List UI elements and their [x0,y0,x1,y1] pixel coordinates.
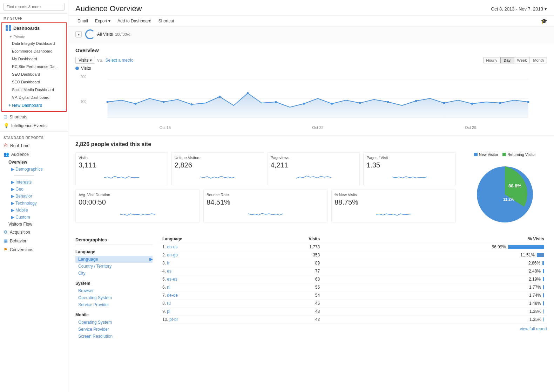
metric-value-avg-duration: 00:00:50 [79,198,197,206]
sidebar-item-intelligence[interactable]: 💡 Intelligence Events [0,121,68,130]
time-btn-day[interactable]: Day [500,57,514,63]
email-button[interactable]: Email [75,18,90,24]
sidebar-item-mobile[interactable]: ▶ Mobile [0,207,68,214]
lang-link[interactable]: pt-br [169,317,178,322]
sidebar-item-behavior[interactable]: ▶ Behavior [0,193,68,200]
svg-point-15 [443,102,445,104]
view-full-report[interactable]: view full report [160,324,547,334]
sidebar-item-demographics-sub: ──────── [0,173,68,179]
table-row: 3. fr 89 2.86% [160,259,547,267]
lang-rank: 3. fr [160,259,258,267]
sidebar-item-visitors-flow[interactable]: Visitors Flow [0,221,68,228]
acquisition-icon: ⚙ [4,229,8,235]
export-button[interactable]: Export ▾ [93,18,113,24]
sparkline-unique [175,171,261,181]
add-dashboard-button[interactable]: Add to Dashboard [115,18,154,24]
table-row: 2. en-gb 358 11.51% [160,251,547,259]
demo-link-service-provider[interactable]: Service Provider [75,301,153,308]
time-btn-month[interactable]: Month [530,57,547,63]
sidebar-item-data-integrity[interactable]: Data Integrity Dashboard [2,40,66,47]
sidebar-item-demographics[interactable]: ▶ Demographics [0,166,68,173]
lang-link[interactable]: pl [167,309,170,314]
sidebar-item-geo[interactable]: ▶ Geo [0,186,68,193]
lang-link[interactable]: ru [167,301,171,306]
sidebar-item-custom[interactable]: ▶ Custom [0,214,68,221]
overview-section: Overview Visits ▾ VS. Select a metric Ho… [68,42,554,135]
svg-point-11 [331,103,333,105]
sidebar-item-audience[interactable]: 👥 Audience [0,150,68,159]
segment-toggle[interactable]: ▾ [75,31,82,37]
demo-link-language[interactable]: Language ▶ [75,256,153,263]
lang-link[interactable]: en-gb [167,253,178,257]
time-buttons: Hourly Day Week Month [483,57,547,63]
shortcut-button[interactable]: Shortcut [156,18,176,24]
demo-left: Demographics Language Language ▶ Country… [75,235,153,340]
demo-link-country[interactable]: Country / Territory [75,263,153,270]
metric-name-bounce: Bounce Rate [207,193,325,197]
lang-rank: 7. de-de [160,291,258,300]
sidebar-item-realtime[interactable]: ⏱ Real-Time [0,141,68,150]
demo-link-mobile-service[interactable]: Service Provider [75,326,153,333]
demo-link-mobile-os[interactable]: Operating System [75,319,153,326]
lang-visits: 42 [258,316,323,324]
lang-link[interactable]: fr [167,261,169,266]
sidebar-item-ecommerce[interactable]: Ecommerce Dashboard [2,47,66,55]
sidebar-item-social-media[interactable]: Social Media Dashboard [2,86,66,94]
lang-pct: 2.86% [323,259,547,267]
time-btn-week[interactable]: Week [514,57,530,63]
metric-value-new-visits: 88.75% [335,198,453,206]
metric-value-unique: 2,826 [175,161,261,169]
new-dashboard-button[interactable]: + New Dashboard [2,101,66,110]
lang-link[interactable]: es-es [167,277,177,282]
sidebar-item-conversions[interactable]: ⚑ Conversions [0,245,68,254]
sidebar-item-technology[interactable]: ▶ Technology [0,200,68,207]
table-row: 10. pt-br 42 1.35% [160,316,547,324]
new-visitor-legend: New Visitor [474,152,498,157]
sidebar-item-behavior2[interactable]: ▦ Behavior [0,236,68,245]
stats-metrics-row1: Visits 3,111 Unique Visitors 2,826 Pagev… [75,152,456,185]
dashboards-header[interactable]: Dashboards [2,23,66,33]
standard-reports-label: STANDARD REPORTS [0,133,68,141]
lang-visits: 358 [258,251,323,259]
search-input[interactable] [4,3,65,11]
legend-label: Visits [81,66,91,71]
stats-right: New Visitor Returning Visitor 88.8% 11 [456,152,547,229]
time-btn-hourly[interactable]: Hourly [483,57,501,63]
demo-link-city[interactable]: City [75,270,153,277]
sidebar-item-interests[interactable]: ▶ Interests [0,179,68,186]
svg-point-7 [219,96,221,98]
lang-link[interactable]: de-de [167,293,178,298]
behavior2-icon: ▦ [4,238,8,243]
realtime-icon: ⏱ [4,143,8,148]
sidebar-item-vp-digital[interactable]: VP, Digital Dashboard [2,94,66,101]
language-table: Language Visits % Visits 1. en-us 1,773 … [160,235,547,324]
select-metric[interactable]: Select a metric [106,58,133,63]
table-row: 4. es 77 2.48% [160,267,547,275]
date-range[interactable]: Oct 8, 2013 - Nov 7, 2013 ▾ [491,6,547,12]
lang-link[interactable]: nl [167,285,170,290]
conversions-label: Conversions [10,247,33,252]
sidebar-item-my-dashboard[interactable]: My Dashboard [2,55,66,63]
sidebar-item-rc-site[interactable]: RC Site Performance Da... [2,63,66,70]
table-row: 1. en-us 1,773 56.99% [160,243,547,251]
sidebar-item-acquisition[interactable]: ⚙ Acquisition [0,228,68,236]
lang-rank: 8. ru [160,300,258,308]
lang-link[interactable]: en-us [167,245,177,249]
metric-button[interactable]: Visits ▾ [75,57,95,64]
demo-link-os[interactable]: Operating System [75,294,153,301]
chart-container: 200 100 [75,72,547,135]
sidebar-item-seo1[interactable]: SEO Dashboard [2,70,66,78]
new-visitor-color [474,153,478,156]
demo-link-browser[interactable]: Browser [75,287,153,294]
stats-grid: Visits 3,111 Unique Visitors 2,826 Pagev… [75,152,547,229]
sidebar-item-seo2[interactable]: SEO Dashboard [2,78,66,86]
sidebar-item-shortcuts[interactable]: ⊡ Shortcuts [0,112,68,121]
audience-label: Audience [11,152,29,157]
sidebar-item-overview[interactable]: Overview [0,159,68,166]
lang-pct: 1.74% [323,291,547,300]
demo-link-screen-res[interactable]: Screen Resolution [75,333,153,340]
lang-link[interactable]: es [167,269,171,274]
toolbar: Email Export ▾ Add to Dashboard Shortcut… [68,16,554,27]
chart-controls: Visits ▾ VS. Select a metric Hourly Day … [75,57,547,64]
lang-pct: 1.35% [323,316,547,324]
